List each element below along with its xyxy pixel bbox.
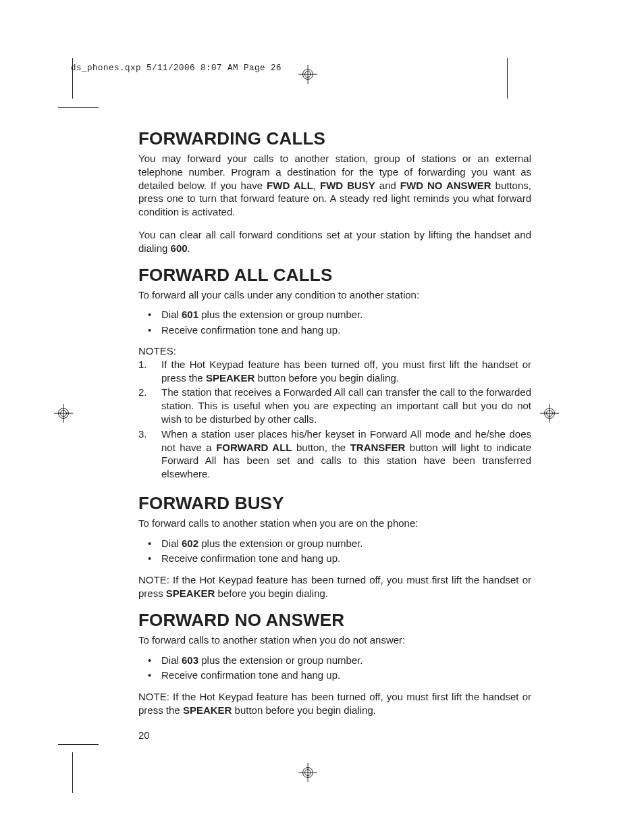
crop-mark [58,744,99,745]
note-paragraph: NOTE: If the Hot Keypad feature has been… [138,573,531,600]
section-forward-busy: FORWARD BUSY To forward calls to another… [138,493,531,600]
registration-mark-icon [298,65,317,84]
note-paragraph: NOTE: If the Hot Keypad feature has been… [138,690,531,717]
heading: FORWARD BUSY [138,493,531,514]
heading: FORWARD ALL CALLS [138,265,531,286]
body-paragraph: You may forward your calls to another st… [138,152,531,219]
list-item: Receive confirmation tone and hang up. [138,323,531,337]
page-number: 20 [138,729,531,741]
page-content: FORWARDING CALLS You may forward your ca… [138,128,531,741]
list-item: If the Hot Keypad feature has been turne… [138,358,531,385]
bullet-list: Dial 602 plus the extension or group num… [138,537,531,566]
list-item: Dial 602 plus the extension or group num… [138,537,531,550]
registration-mark-icon [298,763,317,782]
intro-paragraph: To forward calls to another station when… [138,517,531,530]
list-item: Receive confirmation tone and hang up. [138,669,531,682]
bullet-list: Dial 601 plus the extension or group num… [138,308,531,337]
crop-mark [507,58,508,99]
crop-mark [72,752,73,793]
heading: FORWARDING CALLS [138,128,531,149]
crop-mark [58,107,99,108]
list-item: Receive confirmation tone and hang up. [138,552,531,565]
section-forward-no-answer: FORWARD NO ANSWER To forward calls to an… [138,610,531,717]
bullet-list: Dial 603 plus the extension or group num… [138,654,531,683]
list-item: Dial 603 plus the extension or group num… [138,654,531,667]
list-item: When a station user places his/her keyse… [138,427,531,481]
registration-mark-icon [540,404,559,423]
slugline: ds_phones.qxp 5/11/2006 8:07 AM Page 26 [71,63,281,73]
intro-paragraph: To forward calls to another station when… [138,633,531,647]
registration-mark-icon [54,404,73,423]
body-paragraph: You can clear all call forward condition… [138,228,531,255]
notes-label: NOTES: [138,345,531,357]
list-item: The station that receives a Forwarded Al… [138,386,531,425]
heading: FORWARD NO ANSWER [138,610,531,631]
intro-paragraph: To forward all your calls under any cond… [138,288,531,302]
section-forwarding-calls: FORWARDING CALLS You may forward your ca… [138,128,531,255]
notes-list: If the Hot Keypad feature has been turne… [138,358,531,481]
section-forward-all-calls: FORWARD ALL CALLS To forward all your ca… [138,265,531,481]
list-item: Dial 601 plus the extension or group num… [138,308,531,321]
